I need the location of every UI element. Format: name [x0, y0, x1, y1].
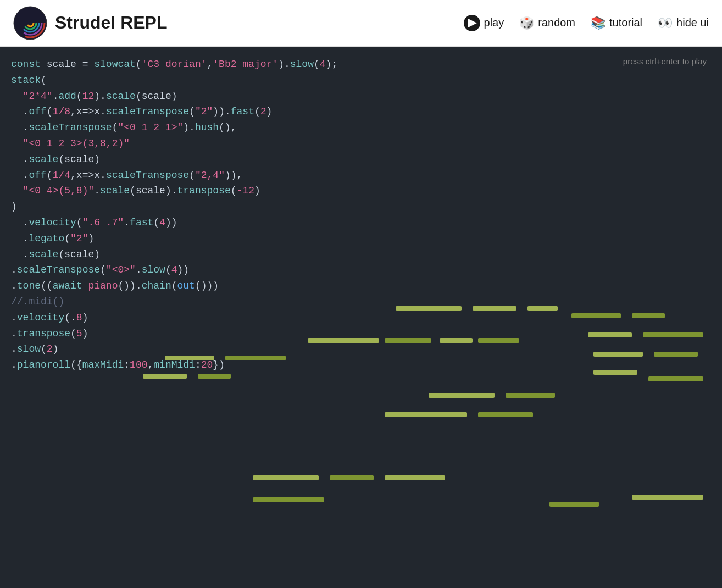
code-line-6: "<0 1 2 3>(3,8,2)"	[11, 136, 711, 152]
code-token: "<0 4>(5,8)"	[23, 183, 95, 199]
code-token: transpose	[177, 183, 231, 199]
hide-ui-icon: 👀	[658, 16, 673, 30]
code-token: 'Bb2 major'	[213, 57, 278, 73]
code-token: .	[94, 183, 100, 199]
code-token: )	[266, 104, 273, 120]
code-line-19: .slow(2)	[11, 341, 711, 357]
code-token: off	[29, 104, 46, 120]
code-token: .	[11, 247, 29, 263]
code-token: scale	[142, 88, 171, 104]
code-token: scale	[136, 183, 165, 199]
code-token: 1/8	[53, 104, 70, 120]
code-token: (	[58, 247, 64, 263]
code-token: (	[231, 183, 237, 199]
code-token: (	[153, 215, 159, 231]
code-token: ,	[70, 168, 76, 184]
code-token: .	[136, 262, 142, 278]
code-token: (	[171, 278, 177, 294]
code-token: :	[195, 357, 201, 373]
code-token: (	[70, 326, 76, 342]
code-token: (	[41, 341, 47, 357]
code-line-14: .scaleTranspose("<0>".slow(4))	[11, 262, 711, 278]
code-token: ((	[41, 278, 53, 294]
code-token: 1/4	[53, 168, 70, 184]
code-token: =	[76, 57, 94, 73]
code-token: scale	[64, 247, 94, 263]
code-token: .	[11, 262, 17, 278]
code-token: .	[124, 215, 130, 231]
code-token: .	[11, 310, 17, 326]
svg-rect-21	[143, 374, 187, 379]
code-token: "2"	[195, 104, 213, 120]
play-label: play	[484, 16, 504, 29]
code-token: scale	[47, 57, 76, 73]
code-token: )	[82, 326, 88, 342]
code-token: 2	[260, 104, 266, 120]
code-token: ,	[147, 357, 153, 373]
code-line-8: .off(1/4,x=>x.scaleTranspose("2,4")),	[11, 168, 711, 184]
code-token: (	[112, 120, 118, 136]
code-token: scale	[106, 88, 136, 104]
code-token: .	[11, 231, 29, 247]
header-actions: play 🎲 random 📚 tutorial 👀 hide ui	[464, 15, 709, 31]
code-token: ()))	[195, 278, 219, 294]
code-token: scale	[100, 183, 130, 199]
code-token: maxMidi	[82, 357, 124, 373]
svg-rect-32	[632, 495, 703, 500]
code-editor[interactable]: press ctrl+enter to play const scale = s…	[0, 47, 722, 588]
code-line-1: const scale = slowcat('C3 dorian','Bb2 m…	[11, 57, 711, 73]
code-token: scaleTranspose	[17, 262, 100, 278]
code-token: transpose	[17, 326, 70, 342]
random-button[interactable]: 🎲 random	[519, 16, 575, 30]
code-token: ).	[94, 88, 106, 104]
svg-rect-29	[253, 475, 319, 480]
code-token: .	[136, 278, 142, 294]
tutorial-label: tutorial	[609, 16, 642, 29]
code-token: legato	[29, 231, 64, 247]
code-token: (	[76, 88, 82, 104]
code-token: scaleTranspose	[106, 104, 189, 120]
code-token: .	[11, 168, 29, 184]
tutorial-icon: 📚	[591, 16, 606, 30]
code-token: velocity	[29, 215, 76, 231]
code-token: (	[165, 262, 171, 278]
code-token: );	[326, 57, 338, 73]
code-token: (	[76, 215, 82, 231]
code-token: x=>x	[76, 104, 100, 120]
code-token: ))	[165, 215, 177, 231]
code-token: fast	[231, 104, 254, 120]
code-token: ".6 .7"	[82, 215, 124, 231]
code-token: fast	[130, 215, 153, 231]
code-token: ).	[165, 183, 177, 199]
code-line-15: .tone((await piano()).chain(out()))	[11, 278, 711, 294]
code-token: scale	[64, 152, 94, 168]
code-token: .	[11, 120, 29, 136]
code-token: (	[47, 104, 53, 120]
code-token: (	[136, 57, 142, 73]
code-token: 4	[159, 215, 165, 231]
code-token: "2"	[70, 231, 88, 247]
code-token: scaleTranspose	[29, 120, 112, 136]
code-token: 20	[201, 357, 213, 373]
tutorial-button[interactable]: 📚 tutorial	[591, 16, 642, 30]
code-token: ,	[70, 104, 76, 120]
code-token: .	[100, 104, 106, 120]
code-token: )),	[225, 168, 242, 184]
code-token: 2	[47, 341, 53, 357]
code-token: scaleTranspose	[106, 168, 189, 184]
svg-rect-28	[478, 412, 533, 417]
code-token: "<0>"	[106, 262, 136, 278]
app-logo	[13, 6, 47, 40]
code-token: .	[11, 104, 29, 120]
code-token: )	[171, 88, 177, 104]
play-button[interactable]: play	[464, 15, 504, 31]
code-token: (	[47, 168, 53, 184]
code-token: tone	[17, 278, 41, 294]
hide-ui-button[interactable]: 👀 hide ui	[658, 16, 709, 30]
app-header: Strudel REPL play 🎲 random 📚 tutorial 👀 …	[0, 0, 722, 47]
code-token: "<0 1 2 1>"	[118, 120, 183, 136]
code-token: (	[254, 104, 260, 120]
code-line-10: )	[11, 199, 711, 215]
code-token: out	[177, 278, 195, 294]
svg-rect-30	[330, 475, 374, 480]
